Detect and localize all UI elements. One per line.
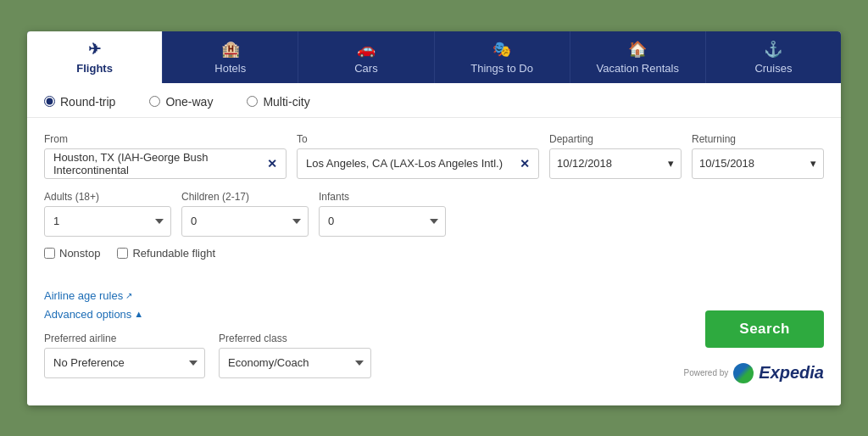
returning-chevron-icon: ▾ (810, 157, 816, 170)
expedia-globe-icon (733, 363, 754, 383)
form-area: From Houston, TX (IAH-George Bush Interc… (27, 118, 841, 280)
cars-icon: 🚗 (357, 40, 376, 59)
things-icon: 🎭 (492, 40, 511, 59)
multi-city-label: Multi-city (263, 95, 309, 109)
from-field-group: From Houston, TX (IAH-George Bush Interc… (44, 133, 287, 179)
airline-age-link[interactable]: Airline age rules ↗ (44, 289, 132, 302)
adults-field-group: Adults (18+) 12345 (44, 191, 171, 237)
departing-value: 10/12/2018 (557, 157, 612, 170)
nonstop-checkbox[interactable]: Nonstop (44, 247, 100, 260)
tab-vacation[interactable]: 🏠 Vacation Rentals (570, 31, 706, 83)
tab-vacation-label: Vacation Rentals (597, 62, 679, 75)
children-label: Children (2-17) (181, 191, 309, 203)
tab-things-label: Things to Do (470, 62, 533, 75)
tab-flights-label: Flights (76, 62, 113, 75)
returning-value: 10/15/2018 (699, 157, 754, 170)
external-link-icon: ↗ (125, 291, 132, 300)
returning-input[interactable]: 10/15/2018 ▾ (692, 148, 824, 179)
passengers-row: Adults (18+) 12345 Children (2-17) 0123 … (44, 191, 824, 237)
tab-cars-label: Cars (354, 62, 377, 75)
returning-field-group: Returning 10/15/2018 ▾ (692, 133, 824, 179)
flights-icon: ✈ (88, 40, 101, 59)
advanced-row: Preferred airline No Preference American… (44, 333, 371, 378)
preferred-class-label: Preferred class (219, 333, 371, 344)
nonstop-label: Nonstop (59, 247, 100, 260)
to-field-group: To Los Angeles, CA (LAX-Los Angeles Intl… (297, 133, 539, 179)
radio-multi-city[interactable]: Multi-city (247, 95, 309, 109)
tab-hotels-label: Hotels (214, 62, 246, 75)
infants-select[interactable]: 012 (319, 206, 446, 237)
returning-label: Returning (692, 133, 824, 145)
to-value: Los Angeles, CA (LAX-Los Angeles Intl.) (306, 157, 503, 170)
infants-label: Infants (319, 191, 446, 203)
one-way-label: One-way (165, 95, 213, 109)
adults-label: Adults (18+) (44, 191, 171, 203)
departing-chevron-icon: ▾ (668, 157, 674, 170)
tab-cruises-label: Cruises (754, 62, 792, 75)
from-label: From (44, 133, 287, 145)
cruises-icon: ⚓ (764, 40, 782, 59)
tab-flights[interactable]: ✈ Flights (27, 31, 163, 83)
tab-hotels[interactable]: 🏨 Hotels (163, 31, 298, 83)
origin-destination-row: From Houston, TX (IAH-George Bush Interc… (44, 133, 824, 179)
search-button[interactable]: Search (705, 310, 824, 348)
advanced-options-link[interactable]: Advanced options ▲ (44, 308, 143, 321)
tab-cars[interactable]: 🚗 Cars (298, 31, 434, 83)
hotels-icon: 🏨 (221, 40, 240, 59)
from-value: Houston, TX (IAH-George Bush Intercontin… (53, 151, 262, 176)
bottom-section: Airline age rules ↗ Advanced options ▲ P… (27, 280, 841, 405)
trip-type-row: Round-trip One-way Multi-city (27, 83, 841, 118)
expedia-logo-text: Expedia (759, 363, 824, 383)
to-label: To (297, 133, 539, 145)
departing-input[interactable]: 10/12/2018 ▾ (549, 148, 682, 179)
departing-label: Departing (549, 133, 682, 145)
refundable-label: Refundable flight (132, 247, 215, 260)
vacation-icon: 🏠 (628, 40, 647, 59)
to-clear-button[interactable]: ✕ (520, 157, 530, 170)
children-field-group: Children (2-17) 0123 (181, 191, 309, 237)
refundable-checkbox[interactable]: Refundable flight (117, 247, 215, 260)
preferred-airline-select[interactable]: No Preference American Airlines Delta Un… (44, 348, 205, 378)
tabs-bar: ✈ Flights 🏨 Hotels 🚗 Cars 🎭 Things to Do… (27, 31, 841, 83)
powered-by-text: Powered by (683, 368, 728, 378)
expedia-logo-row: Powered by Expedia (683, 363, 824, 383)
preferred-airline-label: Preferred airline (44, 333, 205, 344)
infants-field-group: Infants 012 (319, 191, 446, 237)
preferred-class-group: Preferred class Economy/Coach Business F… (219, 333, 371, 378)
tab-cruises[interactable]: ⚓ Cruises (706, 31, 841, 83)
from-clear-button[interactable]: ✕ (267, 157, 277, 170)
adults-select[interactable]: 12345 (44, 206, 171, 237)
children-select[interactable]: 0123 (181, 206, 309, 237)
advanced-options-text: Advanced options (44, 308, 131, 321)
radio-round-trip[interactable]: Round-trip (44, 95, 115, 109)
departing-field-group: Departing 10/12/2018 ▾ (549, 133, 682, 179)
round-trip-label: Round-trip (60, 95, 115, 109)
checkboxes-row: Nonstop Refundable flight (44, 247, 824, 260)
to-input[interactable]: Los Angeles, CA (LAX-Los Angeles Intl.) … (297, 148, 539, 179)
tab-things[interactable]: 🎭 Things to Do (435, 31, 570, 83)
preferred-airline-group: Preferred airline No Preference American… (44, 333, 205, 378)
preferred-class-select[interactable]: Economy/Coach Business First Class Premi… (219, 348, 371, 378)
advanced-options-arrow-icon: ▲ (134, 309, 143, 319)
widget-container: ✈ Flights 🏨 Hotels 🚗 Cars 🎭 Things to Do… (27, 31, 841, 405)
airline-age-text: Airline age rules (44, 289, 123, 302)
radio-one-way[interactable]: One-way (149, 95, 213, 109)
from-input[interactable]: Houston, TX (IAH-George Bush Intercontin… (44, 148, 287, 179)
